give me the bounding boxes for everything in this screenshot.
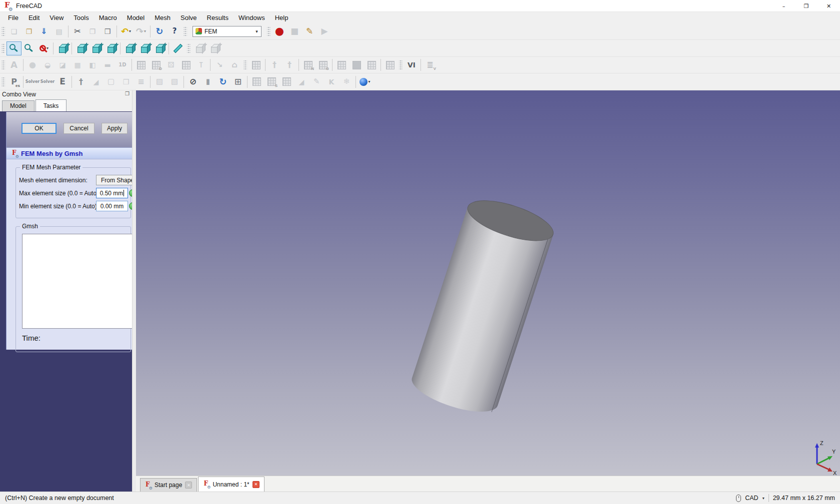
menu-solve[interactable]: Solve — [176, 13, 202, 22]
3d-viewport[interactable]: Z Y X — [136, 90, 840, 476]
view-left-icon — [156, 46, 163, 53]
fem-solve-toolbar-handle[interactable] — [2, 76, 5, 87]
toolbar-row-1: ❏❐⇓▤✂❐❒↶▾↷▾↻? FEM ▾ ●■✎▶ — [0, 23, 840, 40]
float-panel-icon[interactable]: ❐ — [125, 91, 130, 96]
result-show-dropdown[interactable]: ▾ — [368, 79, 370, 84]
constraint-force-icon: ⚄ — [168, 61, 174, 69]
restore-button[interactable]: ❐ — [795, 0, 818, 12]
doc-tab-start-page[interactable]: Start page✕ — [140, 478, 197, 492]
menu-macro[interactable]: Macro — [94, 13, 122, 22]
constraint-fixed — [134, 58, 148, 72]
wireframe-box: ▢ — [104, 75, 118, 89]
solver-elmer[interactable]: E — [55, 75, 70, 89]
doc-tab-unnamed-1[interactable]: Unnamed : 1*✕ — [198, 477, 264, 492]
undo[interactable]: ↶▾ — [118, 24, 134, 38]
macro-toolbar-handle[interactable] — [267, 26, 270, 37]
mesh-netgen-letter: N — [311, 66, 314, 71]
apply-button[interactable]: Apply — [102, 123, 128, 134]
menu-view[interactable]: View — [44, 13, 68, 22]
view-isometric[interactable] — [55, 41, 70, 55]
combo-view-tabs: Model Tasks — [0, 99, 132, 111]
z-arrowhead — [815, 443, 819, 448]
macro-edit-icon: ✎ — [306, 27, 313, 35]
menu-help[interactable]: Help — [270, 13, 294, 22]
mesh-refresh[interactable]: ↻ — [216, 75, 230, 89]
ok-button[interactable]: OK — [22, 123, 56, 134]
view-left[interactable] — [152, 41, 167, 55]
menu-model[interactable]: Model — [122, 13, 150, 22]
toolbar-separator — [332, 59, 332, 71]
file-toolbar-handle[interactable] — [2, 26, 5, 37]
view-rear[interactable] — [122, 41, 137, 55]
workbench-toolbar-handle[interactable] — [184, 26, 187, 37]
equation-list: ≡ — [134, 75, 148, 89]
doc-tab-close-unnamed-1[interactable]: ✕ — [252, 481, 260, 488]
menu-windows[interactable]: Windows — [234, 13, 270, 22]
close-button[interactable]: ✕ — [818, 0, 840, 12]
combo-view-panel: Combo View ❐ Model Tasks OK Cancel Apply… — [0, 90, 132, 492]
structure-toolbar-handle[interactable] — [187, 43, 190, 54]
view-right[interactable] — [104, 41, 118, 55]
result-k-icon: K — [329, 78, 334, 85]
cut[interactable]: ✂ — [70, 24, 85, 38]
view-top[interactable] — [88, 41, 104, 55]
macro-edit[interactable]: ✎ — [302, 24, 317, 38]
measure-distance-icon — [174, 43, 182, 52]
workbench-selector[interactable]: FEM ▾ — [192, 26, 262, 37]
menu-tools[interactable]: Tools — [68, 13, 94, 22]
panel-splitter[interactable] — [132, 90, 136, 492]
paste[interactable]: ❒ — [100, 24, 115, 38]
dimension-dropdown[interactable]: From Shape — [96, 175, 132, 185]
view-bottom[interactable] — [137, 41, 152, 55]
solver-calculix-1[interactable]: Solver — [25, 75, 40, 89]
save-document[interactable]: ⇓ — [36, 24, 52, 38]
view-rear-icon — [126, 46, 133, 53]
gmsh-output[interactable] — [22, 234, 132, 329]
column-display[interactable]: ▮ — [200, 75, 216, 89]
status-message: (Ctrl+N) Create a new empty document — [5, 495, 114, 502]
menu-results[interactable]: Results — [202, 13, 234, 22]
nav-style-dropdown-icon[interactable]: ▾ — [762, 496, 764, 501]
view-isometric-icon — [59, 46, 66, 53]
result-snowflake: ❄ — [339, 75, 354, 89]
mesh-cylinder — [248, 58, 264, 72]
post-pipeline-pes[interactable]: Pes — [6, 75, 22, 89]
constraint-initial-temperature[interactable]: † — [74, 75, 88, 89]
draw-style[interactable]: ▾ — [36, 41, 52, 55]
result-show[interactable]: ▾ — [358, 75, 372, 89]
view-toolbar-handle[interactable] — [2, 43, 5, 54]
redo-dropdown[interactable]: ▾ — [144, 29, 146, 33]
tab-tasks[interactable]: Tasks — [36, 99, 67, 111]
measure-distance[interactable] — [170, 41, 186, 55]
fem-post-toolbar-handle[interactable] — [399, 59, 402, 70]
minimize-button[interactable]: – — [772, 0, 795, 12]
fit-selection[interactable] — [22, 41, 36, 55]
menu-edit[interactable]: Edit — [24, 13, 44, 22]
mesh-refresh-icon: ↻ — [219, 77, 226, 86]
draw-style-dropdown[interactable]: ▾ — [46, 46, 48, 50]
open-document[interactable]: ❐ — [22, 24, 36, 38]
menu-mesh[interactable]: Mesh — [150, 13, 176, 22]
macro-record[interactable]: ● — [272, 24, 287, 38]
nav-style-selector[interactable]: CAD — [745, 495, 758, 502]
clip-plane[interactable]: ⊘ — [186, 75, 200, 89]
cancel-button[interactable]: Cancel — [64, 123, 94, 134]
workbench-dropdown-icon[interactable]: ▾ — [252, 26, 261, 36]
mesh-display[interactable]: ⊞ — [230, 75, 246, 89]
undo-dropdown[interactable]: ▾ — [129, 29, 131, 33]
doc-tab-close-start-page[interactable]: ✕ — [185, 482, 192, 489]
post-vi[interactable]: VI — [404, 58, 419, 72]
fem-model-toolbar-handle[interactable] — [2, 59, 5, 70]
whats-this[interactable]: ? — [167, 24, 182, 38]
view-front[interactable] — [74, 41, 88, 55]
refresh[interactable]: ↻ — [152, 24, 167, 38]
fit-all[interactable] — [6, 41, 22, 55]
cylinder-solid[interactable] — [408, 193, 558, 420]
min-size-input[interactable]: 0.00 mm — [96, 201, 128, 211]
fem-mesh-toolbar-handle[interactable] — [244, 59, 247, 70]
max-size-input[interactable]: 0.50 mm — [96, 188, 128, 198]
tab-model[interactable]: Model — [2, 100, 34, 111]
solver-calculix-2[interactable]: Solver — [40, 75, 55, 89]
menu-file[interactable]: File — [3, 13, 24, 22]
task-header-label: FEM Mesh by Gmsh — [21, 150, 83, 157]
